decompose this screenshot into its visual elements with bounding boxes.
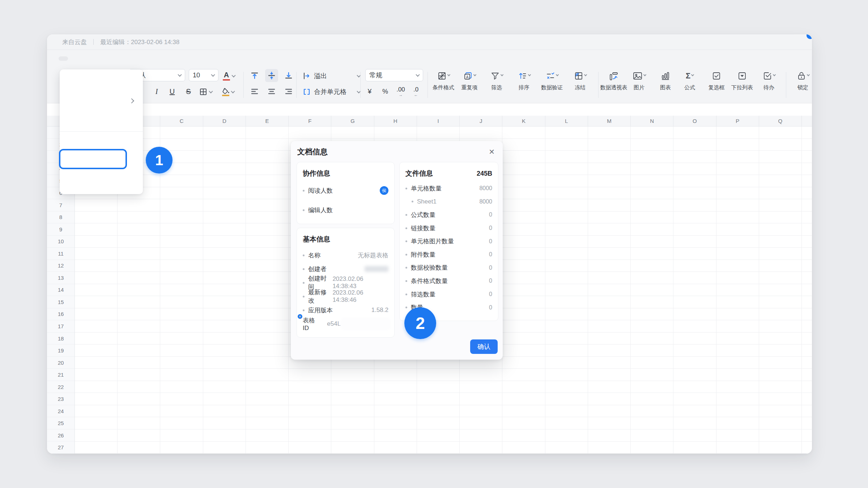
toolbar-button[interactable]: 冻结: [563, 71, 597, 90]
menu-item[interactable]: [60, 110, 143, 128]
collab-info-row: 阅读人数 侯: [303, 183, 388, 198]
column-header[interactable]: D: [203, 116, 246, 126]
row-header[interactable]: 13: [47, 272, 75, 284]
row-header[interactable]: 19: [47, 344, 75, 357]
document-topbar: 来自云盘 最近编辑：2023-02-06 14:38: [47, 34, 812, 50]
row-header[interactable]: 17: [47, 320, 75, 333]
collab-row-label: 编辑人数: [308, 206, 333, 214]
file-card-title: 文件信息: [405, 169, 433, 178]
row-header[interactable]: 20: [47, 357, 75, 369]
file-row-value: 0: [489, 304, 492, 311]
toolbar-button[interactable]: 锁定: [786, 71, 812, 90]
freeze-icon: [574, 71, 583, 81]
row-header[interactable]: 25: [47, 417, 75, 429]
row-header[interactable]: 12: [47, 260, 75, 272]
menubar-item[interactable]: [128, 56, 137, 61]
close-icon[interactable]: ✕: [488, 147, 495, 156]
file-info-row: 条件格式数量 0: [405, 274, 492, 288]
column-header[interactable]: C: [160, 116, 203, 126]
row-header[interactable]: 18: [47, 333, 75, 345]
basic-row-value: 无标题表格: [358, 251, 388, 260]
row-header[interactable]: 15: [47, 296, 75, 308]
column-header[interactable]: E: [246, 116, 289, 126]
chevron-down-icon: [584, 73, 587, 76]
row-header[interactable]: 9: [47, 223, 75, 236]
menu-item[interactable]: [60, 73, 143, 91]
column-header[interactable]: O: [673, 116, 716, 126]
menubar-item[interactable]: [116, 56, 126, 61]
column-header[interactable]: Q: [759, 116, 802, 126]
collab-info-row: 编辑人数: [303, 203, 388, 217]
row-header[interactable]: 26: [47, 429, 75, 442]
menubar-item[interactable]: [140, 56, 149, 61]
chevron-down-icon: [807, 73, 809, 76]
basic-row-value: 2023.02.06 14:38:46: [332, 289, 388, 304]
annotation-badge-1: 1: [146, 147, 173, 174]
menubar-item[interactable]: [93, 56, 103, 61]
chevron-down-icon: [643, 73, 646, 76]
file-row-value: 0: [489, 225, 492, 231]
dialog-left-column: 协作信息 阅读人数 侯 编辑人数 基本信息: [297, 162, 395, 338]
column-header[interactable]: P: [716, 116, 759, 126]
menubar-item[interactable]: [59, 56, 68, 61]
todo-icon: [763, 71, 772, 81]
row-header[interactable]: 21: [47, 369, 75, 381]
row-header[interactable]: 10: [47, 236, 75, 248]
file-size-badge: 245B: [477, 170, 492, 177]
collab-row-label: 阅读人数: [308, 187, 333, 195]
menubar-item[interactable]: [70, 56, 80, 61]
file-row-value: 8000: [479, 198, 492, 205]
redacted-value-blur: [365, 266, 388, 272]
row-header[interactable]: 14: [47, 284, 75, 296]
column-header[interactable]: I: [417, 116, 460, 126]
column-header[interactable]: J: [460, 116, 502, 126]
file-row-value: 0: [489, 291, 492, 297]
basic-row-label: 创建者: [308, 265, 327, 273]
column-header-row[interactable]: ABCDEFGHIJKLMNOPQ: [47, 116, 812, 127]
column-header[interactable]: K: [502, 116, 545, 126]
basic-info-row: 应用版本 1.58.2: [303, 303, 388, 317]
column-header[interactable]: H: [374, 116, 417, 126]
file-row-value: 0: [489, 265, 492, 271]
table-menu-dropdown: [60, 69, 143, 194]
column-header[interactable]: M: [588, 116, 631, 126]
row-header[interactable]: 16: [47, 308, 75, 321]
menubar-item[interactable]: [105, 56, 114, 61]
row-header[interactable]: 27: [47, 441, 75, 454]
basic-info-row: 最新修改 2023.02.06 14:38:46: [303, 290, 388, 303]
toolbar-button-label: 公式: [684, 84, 695, 90]
menu-item[interactable]: [60, 171, 143, 190]
file-row-value: 0: [489, 238, 492, 245]
row-header[interactable]: 22: [47, 381, 75, 393]
row-header[interactable]: 23: [47, 393, 75, 405]
chevron-down-icon: [556, 73, 558, 76]
checkbox-icon: [712, 71, 721, 81]
basic-row-label: 表格ID: [303, 316, 318, 332]
dialog-right-column: 文件信息 245B 单元格数量 8000 Sheet1 8000 公式数量 0: [399, 162, 498, 321]
toolbar-button[interactable]: 待办: [752, 71, 786, 90]
file-info-row: 公式数量 0: [405, 208, 492, 222]
basic-info-row: 名称 无标题表格: [303, 248, 388, 262]
menu-item[interactable]: [60, 153, 143, 171]
column-header[interactable]: G: [331, 116, 374, 126]
file-row-value: 0: [489, 211, 492, 218]
image-icon: [633, 71, 643, 81]
row-header[interactable]: 7: [47, 199, 75, 211]
column-header[interactable]: N: [631, 116, 673, 126]
dialog-title: 文档信息: [297, 147, 328, 157]
file-info-row: 单元格数量 8000: [405, 182, 492, 195]
row-header[interactable]: 11: [47, 248, 75, 260]
row-header[interactable]: 8: [47, 211, 75, 224]
menu-item[interactable]: [60, 91, 143, 110]
confirm-button[interactable]: 确认: [470, 339, 498, 354]
menu-bar: [47, 50, 812, 67]
menu-item[interactable]: [60, 134, 143, 153]
dropdown-list-icon: [737, 71, 747, 81]
column-header[interactable]: L: [545, 116, 588, 126]
app-chrome: 来自云盘 最近编辑：2023-02-06 14:38 默认 10 A: [47, 34, 812, 103]
column-header[interactable]: F: [289, 116, 331, 126]
toolbar-tall-buttons: 条件格式 A 重复项 筛选 排序 数据验证: [47, 67, 812, 103]
menubar-item[interactable]: [82, 56, 91, 61]
row-header[interactable]: 24: [47, 405, 75, 418]
file-info-row: 链接数量 0: [405, 222, 492, 235]
